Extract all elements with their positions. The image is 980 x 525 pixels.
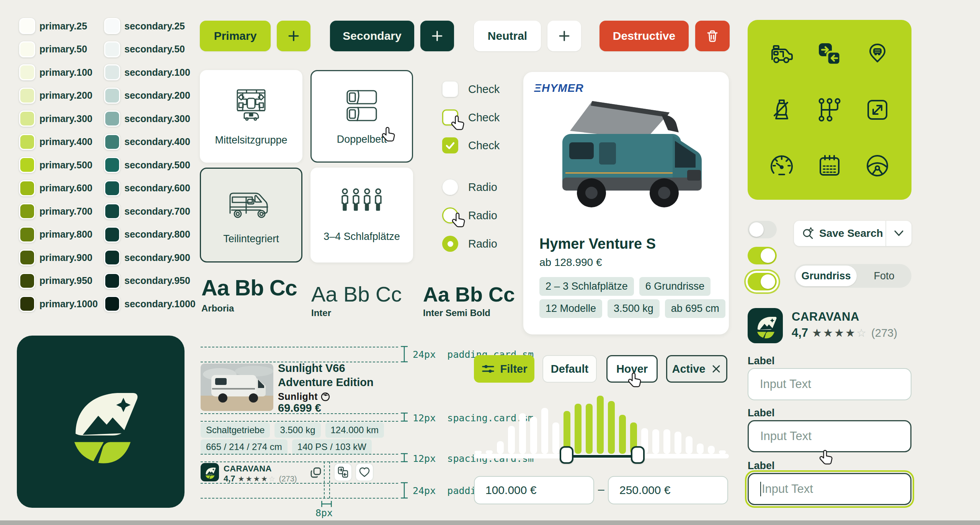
spec-tag: 124.000 km xyxy=(325,422,384,438)
color-swatch-row: secondary.600 xyxy=(104,180,196,196)
selector-card-schlafplaetze[interactable]: 3–4 Schlafplätze xyxy=(310,168,413,262)
chip-active[interactable]: Active xyxy=(666,355,727,383)
radio-label: Radio xyxy=(468,209,497,222)
neutral-icon-button[interactable] xyxy=(547,21,581,51)
text-input-default[interactable]: Input Text xyxy=(748,368,911,400)
vehicle-model-card[interactable]: ΞHYMER Hymer Venture S ab 128.990 € 2 – … xyxy=(523,72,729,334)
spacing-guide-line-vertical xyxy=(324,461,325,498)
filter-icon xyxy=(481,363,495,375)
color-swatch-label: primary.1000 xyxy=(39,298,98,310)
color-swatch-label: secondary.800 xyxy=(124,229,190,240)
toggle-off[interactable] xyxy=(748,221,777,238)
spacing-annotation-value: 8px xyxy=(315,507,333,518)
primary-icon-button[interactable] xyxy=(277,21,310,51)
histogram-bar xyxy=(552,422,559,454)
compare-action-button[interactable] xyxy=(334,463,352,481)
color-swatch-row: primary.700 xyxy=(19,203,98,219)
price-min-input[interactable]: 100.000 € xyxy=(474,476,594,504)
selector-card-teilintegriert[interactable]: Teilintegriert xyxy=(200,168,302,262)
color-swatch-label: primary.950 xyxy=(39,275,93,286)
histogram-bar xyxy=(697,443,704,454)
color-swatch-label: primary.600 xyxy=(39,183,93,194)
checkbox-row-checked: Check xyxy=(442,137,500,153)
color-swatch-label: secondary.900 xyxy=(124,252,190,263)
spacing-guide-line-vertical xyxy=(329,461,330,498)
color-swatch-row: primary.200 xyxy=(19,88,98,104)
delete-button[interactable] xyxy=(695,21,730,51)
color-swatch-row: secondary.500 xyxy=(104,157,196,173)
toggle-focus[interactable] xyxy=(748,273,777,290)
color-swatch-row: primary.300 xyxy=(19,111,98,127)
color-swatch xyxy=(104,273,120,289)
checkbox-checked[interactable] xyxy=(442,137,458,153)
radio-unselected[interactable] xyxy=(442,179,458,195)
histogram-bar xyxy=(475,451,482,454)
save-search-button[interactable]: Save Search xyxy=(794,221,911,246)
histogram-bar xyxy=(597,396,604,454)
floorplan-icon xyxy=(231,87,271,125)
primary-button[interactable]: Primary xyxy=(200,21,271,51)
save-search-main[interactable]: Save Search xyxy=(794,221,885,246)
price-max-input[interactable]: 250.000 € xyxy=(608,476,728,504)
slider-handle-max[interactable] xyxy=(631,446,645,464)
hymer-brand-logo: ΞHYMER xyxy=(534,82,584,95)
slider-handle-min[interactable] xyxy=(560,446,573,464)
measure-mark xyxy=(400,453,408,464)
color-swatch-row: secondary.1000 xyxy=(104,296,196,312)
color-swatch-label: primary.500 xyxy=(39,160,93,171)
selector-card-doppelbett[interactable]: Doppelbett xyxy=(310,70,413,163)
color-swatch xyxy=(19,111,35,127)
checkbox-label: Check xyxy=(468,111,500,124)
radio-selected[interactable] xyxy=(442,236,458,252)
color-swatch-label: secondary.700 xyxy=(124,206,190,217)
spec-tag: ab 695 cm xyxy=(665,299,725,318)
color-swatch-label: primary.700 xyxy=(39,206,93,217)
color-swatch-label: secondary.50 xyxy=(124,44,185,55)
filter-chip[interactable]: Filter xyxy=(474,355,534,383)
color-swatch-row: primary.500 xyxy=(19,157,98,173)
favorite-action-button[interactable] xyxy=(355,463,374,481)
color-swatch xyxy=(104,41,120,57)
copy-icon[interactable] xyxy=(309,466,322,479)
destructive-button[interactable]: Destructive xyxy=(599,21,689,51)
secondary-button[interactable]: Secondary xyxy=(330,21,414,51)
plus-icon xyxy=(431,29,444,42)
segment-grundriss[interactable]: Grundriss xyxy=(795,266,857,286)
save-search-dropdown[interactable] xyxy=(886,221,911,246)
toggle-knob xyxy=(749,222,764,237)
toggle-on[interactable] xyxy=(748,247,777,264)
color-swatch xyxy=(104,180,120,196)
type-sample-inter-semibold: Aa Bb Cc xyxy=(423,282,515,306)
color-swatch xyxy=(104,111,120,127)
text-input-focus[interactable]: Input Text xyxy=(748,473,911,505)
segment-foto[interactable]: Foto xyxy=(857,270,911,282)
color-swatch-row: secondary.700 xyxy=(104,203,196,219)
spacing-guide-line xyxy=(201,454,398,455)
text-input-hover[interactable]: Input Text xyxy=(748,420,911,452)
color-swatch-label: secondary.600 xyxy=(124,183,190,194)
checkbox-label: Check xyxy=(468,83,500,96)
color-swatch-row: primary.25 xyxy=(19,18,98,34)
neutral-button[interactable]: Neutral xyxy=(474,21,541,51)
product-spec-tags-row1: Schaltgetriebe3.500 kg124.000 km xyxy=(201,422,384,438)
radio-dot xyxy=(448,241,453,247)
caravana-logo-mark xyxy=(43,364,158,479)
checkbox-unchecked[interactable] xyxy=(442,81,458,97)
app-name: CARAVANA xyxy=(792,310,859,324)
secondary-button-label: Secondary xyxy=(343,29,401,42)
chip-default[interactable]: Default xyxy=(542,355,597,383)
color-swatch-row: secondary.800 xyxy=(104,227,196,243)
selector-card-label: 3–4 Schlafplätze xyxy=(323,231,400,243)
spacing-guide-line xyxy=(201,413,398,414)
campervan-icon xyxy=(226,186,276,224)
type-sample-arboria: Aa Bb Cc xyxy=(201,275,297,300)
secondary-icon-button[interactable] xyxy=(420,21,454,51)
close-icon[interactable] xyxy=(711,364,722,374)
selector-card-mittelsitzgruppe[interactable]: Mittelsitzgruppe xyxy=(200,70,302,163)
spec-tag: 12 Modelle xyxy=(539,299,602,318)
color-swatch-label: primary.200 xyxy=(39,90,93,101)
caravana-app-icon xyxy=(748,308,783,343)
spec-tag: 2 – 3 Schlafplätze xyxy=(539,277,634,296)
checkbox-row-default: Check xyxy=(442,81,500,97)
palm-badge-icon xyxy=(321,392,330,401)
